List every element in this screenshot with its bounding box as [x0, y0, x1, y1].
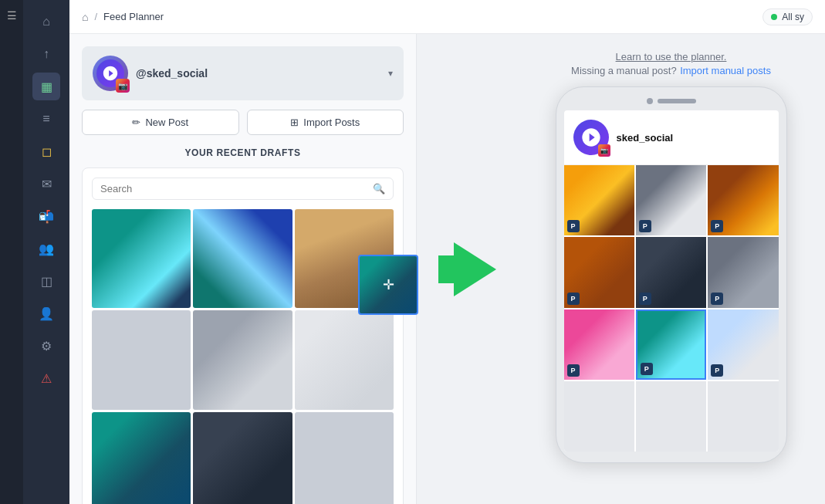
search-container: 🔍 [82, 167, 404, 504]
import-icon: ⊞ [290, 117, 299, 128]
pencil-icon: ✏ [132, 117, 140, 128]
ig-avatar: 📷 [573, 120, 609, 155]
hamburger-icon[interactable]: ☰ [7, 9, 17, 22]
ig-photo-grid: P P P P P [564, 165, 779, 452]
main-area: ⌂ / Feed Planner All sy 📷 @sked_social ▾ [69, 0, 825, 504]
search-field-wrap: 🔍 [92, 178, 394, 200]
account-selector[interactable]: 📷 @sked_social ▾ [82, 46, 404, 100]
status-dot [771, 14, 777, 20]
post-badge: P [641, 363, 653, 375]
ig-instagram-badge: 📷 [598, 144, 610, 157]
topbar: ⌂ / Feed Planner All sy [69, 0, 825, 34]
sidebar-item-calendar[interactable]: ◻ [32, 137, 60, 165]
ig-post-8[interactable]: P [636, 310, 706, 380]
chevron-down-icon: ▾ [388, 68, 393, 79]
ig-profile-header: 📷 sked_social [564, 110, 779, 165]
ig-post-9[interactable]: P [708, 310, 778, 380]
home-icon[interactable]: ⌂ [82, 11, 88, 23]
new-post-button[interactable]: ✏ New Post [82, 110, 239, 135]
import-posts-button[interactable]: ⊞ Import Posts [247, 110, 404, 135]
right-panel: Learn to use the planner. Missing a manu… [517, 34, 825, 504]
sidebar-item-profile[interactable]: 👤 [32, 299, 60, 327]
post-badge: P [639, 220, 651, 232]
account-name: @sked_social [136, 67, 380, 79]
action-buttons: ✏ New Post ⊞ Import Posts [82, 110, 404, 135]
sidebar-item-alert[interactable]: ⚠ [32, 364, 60, 392]
post-badge: P [567, 293, 580, 305]
account-avatar: 📷 [93, 56, 128, 91]
info-panel: Learn to use the planner. Missing a manu… [571, 49, 771, 77]
sidebar-item-inbox[interactable]: ✉ [32, 170, 60, 198]
sidebar-item-settings[interactable]: ⚙ [32, 332, 60, 360]
status-label: All sy [782, 12, 804, 22]
post-badge: P [711, 220, 723, 232]
draft-item[interactable] [193, 209, 292, 308]
ig-username: sked_social [617, 132, 674, 144]
draft-item[interactable] [193, 412, 292, 504]
sidebar-item-home[interactable]: ⌂ [32, 8, 60, 36]
drag-preview[interactable]: ✛ [358, 255, 418, 315]
instagram-badge: 📷 [116, 79, 130, 93]
post-badge: P [639, 293, 651, 305]
arrow-area [417, 34, 517, 504]
page-title: Feed Planner [103, 11, 164, 22]
ig-post-10[interactable] [564, 381, 634, 452]
missing-text: Missing a manual post? [571, 65, 677, 76]
phone-speaker [658, 99, 696, 103]
section-title: YOUR RECENT DRAFTS [82, 147, 404, 158]
draft-item[interactable] [295, 310, 394, 409]
ig-post-12[interactable] [708, 381, 778, 452]
content-area: 📷 @sked_social ▾ ✏ New Post ⊞ Import Pos… [69, 34, 825, 504]
phone-top [564, 98, 779, 104]
ig-post-2[interactable]: P [636, 165, 706, 235]
ig-post-4[interactable]: P [564, 237, 634, 307]
draft-grid [92, 209, 394, 504]
sidebar: ⌂ ↑ ▦ ≡ ◻ ✉ 📬 👥 ◫ 👤 ⚙ ⚠ [23, 0, 69, 504]
ig-post-7[interactable]: P [564, 310, 634, 380]
import-manual-link[interactable]: Import manual posts [680, 65, 771, 76]
sidebar-item-mail[interactable]: 📬 [32, 202, 60, 230]
learn-link[interactable]: Learn to use the planner. [616, 51, 727, 63]
draft-item[interactable] [92, 209, 191, 308]
search-icon[interactable]: 🔍 [373, 183, 385, 194]
draft-item[interactable] [295, 412, 394, 504]
sync-status: All sy [762, 8, 813, 25]
post-badge: P [567, 220, 580, 232]
post-badge: P [567, 364, 580, 377]
sidebar-item-users[interactable]: 👥 [32, 235, 60, 262]
draft-item[interactable] [92, 310, 191, 409]
phone-camera [647, 98, 653, 104]
phone-mockup: 📷 sked_social P P P [556, 86, 787, 463]
search-input[interactable] [100, 183, 373, 194]
breadcrumb-separator: / [94, 11, 97, 22]
ig-post-6[interactable]: P [708, 237, 778, 307]
draft-item[interactable] [92, 412, 191, 504]
sidebar-item-grid[interactable]: ▦ [32, 73, 60, 100]
move-cursor-icon: ✛ [383, 276, 394, 293]
ig-post-11[interactable] [636, 381, 706, 452]
sidebar-item-list[interactable]: ≡ [32, 105, 60, 133]
sidebar-item-layers[interactable]: ◫ [32, 267, 60, 295]
phone-screen: 📷 sked_social P P P [564, 110, 779, 452]
post-badge: P [711, 364, 723, 377]
nav-rail: ☰ [0, 0, 23, 504]
draft-item[interactable] [193, 310, 292, 409]
sidebar-item-upload[interactable]: ↑ [32, 40, 60, 68]
ig-post-3[interactable]: P [708, 165, 778, 235]
ig-post-5[interactable]: P [636, 237, 706, 307]
drag-arrow [438, 242, 496, 296]
post-badge: P [711, 293, 723, 305]
ig-post-1[interactable]: P [564, 165, 634, 235]
